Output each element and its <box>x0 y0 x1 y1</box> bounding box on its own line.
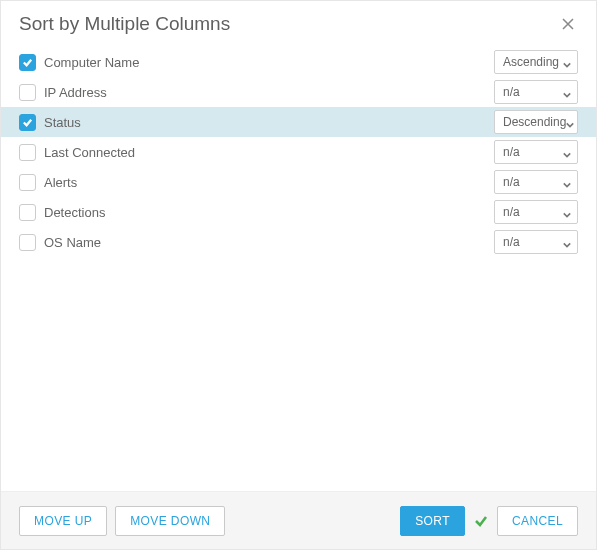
sort-dialog: Sort by Multiple Columns Computer NameAs… <box>0 0 597 550</box>
column-checkbox[interactable] <box>19 204 36 221</box>
column-label: Status <box>44 115 81 130</box>
column-row[interactable]: OS Namen/a <box>19 227 578 257</box>
direction-value: n/a <box>503 85 520 99</box>
column-row-left: Last Connected <box>19 144 135 161</box>
chevron-down-icon <box>563 148 571 156</box>
direction-select[interactable]: n/a <box>494 80 578 104</box>
column-label: Last Connected <box>44 145 135 160</box>
chevron-down-icon <box>563 208 571 216</box>
dialog-footer: MOVE UP MOVE DOWN SORT CANCEL <box>1 491 596 549</box>
sort-button[interactable]: SORT <box>400 506 465 536</box>
column-row[interactable]: Computer NameAscending <box>19 47 578 77</box>
direction-select[interactable]: n/a <box>494 140 578 164</box>
chevron-down-icon <box>563 58 571 66</box>
column-label: IP Address <box>44 85 107 100</box>
column-row[interactable]: IP Addressn/a <box>19 77 578 107</box>
chevron-down-icon <box>563 238 571 246</box>
columns-list: Computer NameAscendingIP Addressn/aStatu… <box>1 41 596 491</box>
footer-right-group: SORT CANCEL <box>400 506 578 536</box>
direction-value: n/a <box>503 235 520 249</box>
direction-select[interactable]: n/a <box>494 170 578 194</box>
column-row-left: Alerts <box>19 174 77 191</box>
direction-select[interactable]: Ascending <box>494 50 578 74</box>
column-label: Computer Name <box>44 55 139 70</box>
column-row[interactable]: Last Connectedn/a <box>19 137 578 167</box>
close-button[interactable] <box>558 14 578 34</box>
footer-left-group: MOVE UP MOVE DOWN <box>19 506 225 536</box>
chevron-down-icon <box>563 88 571 96</box>
direction-value: n/a <box>503 145 520 159</box>
chevron-down-icon <box>566 118 574 126</box>
column-row[interactable]: Alertsn/a <box>19 167 578 197</box>
column-checkbox[interactable] <box>19 114 36 131</box>
column-label: Detections <box>44 205 105 220</box>
cancel-button[interactable]: CANCEL <box>497 506 578 536</box>
column-label: OS Name <box>44 235 101 250</box>
direction-value: n/a <box>503 175 520 189</box>
column-checkbox[interactable] <box>19 84 36 101</box>
column-row-left: Status <box>19 114 81 131</box>
column-row-left: OS Name <box>19 234 101 251</box>
column-checkbox[interactable] <box>19 144 36 161</box>
direction-value: Ascending <box>503 55 559 69</box>
direction-select[interactable]: n/a <box>494 230 578 254</box>
column-row-left: Detections <box>19 204 105 221</box>
move-up-button[interactable]: MOVE UP <box>19 506 107 536</box>
checkmark-icon <box>22 117 33 128</box>
dialog-header: Sort by Multiple Columns <box>1 1 596 41</box>
column-checkbox[interactable] <box>19 54 36 71</box>
column-checkbox[interactable] <box>19 174 36 191</box>
chevron-down-icon <box>563 178 571 186</box>
column-label: Alerts <box>44 175 77 190</box>
column-checkbox[interactable] <box>19 234 36 251</box>
move-down-button[interactable]: MOVE DOWN <box>115 506 225 536</box>
direction-select[interactable]: Descending <box>494 110 578 134</box>
direction-select[interactable]: n/a <box>494 200 578 224</box>
column-row[interactable]: StatusDescending <box>1 107 596 137</box>
column-row-left: Computer Name <box>19 54 139 71</box>
column-row[interactable]: Detectionsn/a <box>19 197 578 227</box>
dialog-title: Sort by Multiple Columns <box>19 13 230 35</box>
checkmark-icon <box>22 57 33 68</box>
column-row-left: IP Address <box>19 84 107 101</box>
direction-value: Descending <box>503 115 566 129</box>
close-icon <box>562 18 574 30</box>
direction-value: n/a <box>503 205 520 219</box>
sort-success-icon <box>473 513 489 529</box>
